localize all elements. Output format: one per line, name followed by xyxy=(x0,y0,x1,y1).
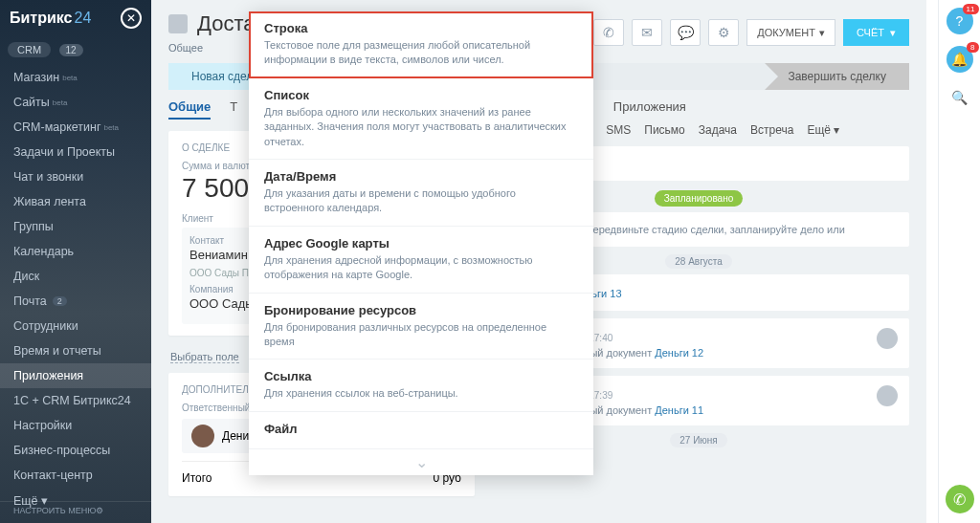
doc-link[interactable]: Деньги 11 xyxy=(655,404,703,416)
doc-link[interactable]: Деньги 12 xyxy=(655,347,703,359)
sidebar-item[interactable]: Календарь xyxy=(0,239,151,264)
phone-button[interactable]: ✆ xyxy=(946,485,974,513)
bill-button[interactable]: СЧЁТ ▾ xyxy=(843,19,909,46)
phone-icon[interactable]: ✆ xyxy=(593,19,624,46)
sidebar-item[interactable]: Контакт-центр xyxy=(0,463,151,488)
date-pill: 27 Июня xyxy=(670,433,727,447)
dropdown-item[interactable]: Дата/ВремяДля указания даты и времени с … xyxy=(249,160,593,227)
total-label: Итого xyxy=(182,471,212,485)
logo-suffix: 24 xyxy=(74,10,91,27)
sidebar-item[interactable]: Почта2 xyxy=(0,289,151,314)
help-icon[interactable]: ?11 xyxy=(947,8,973,34)
action-bar: ✆ ✉ 💬 ⚙ ДОКУМЕНТ ▾ СЧЁТ ▾ xyxy=(593,19,909,46)
sidebar-item[interactable]: Группы xyxy=(0,214,151,239)
select-field-link[interactable]: Выбрать поле xyxy=(170,351,239,363)
chat-icon[interactable]: 💬 xyxy=(670,19,701,46)
dropdown-item[interactable]: Адрес Google картыДля хранения адресной … xyxy=(249,227,593,294)
crm-pill[interactable]: CRM 12 xyxy=(8,40,144,57)
tab-other[interactable]: Т xyxy=(230,99,237,120)
document-button[interactable]: ДОКУМЕНТ ▾ xyxy=(746,19,835,46)
sidebar-item[interactable]: Диск xyxy=(0,264,151,289)
avatar-icon xyxy=(191,425,214,447)
sidebar-item[interactable]: CRM-маркетингbeta xyxy=(0,115,151,140)
sidebar-item[interactable]: Чат и звонки xyxy=(0,164,151,189)
configure-menu[interactable]: НАСТРОИТЬ МЕНЮ ⚙ xyxy=(0,501,151,519)
dropdown-item[interactable]: СтрокаТекстовое поле для размещения любо… xyxy=(249,11,593,78)
sidebar-item[interactable]: Время и отчеты xyxy=(0,338,151,363)
avatar-icon xyxy=(877,328,898,349)
dropdown-item[interactable]: СписокДля выбора одного или нескольких з… xyxy=(249,78,593,160)
sidebar-item[interactable]: Сайтыbeta xyxy=(0,90,151,115)
bell-icon[interactable]: 🔔8 xyxy=(947,46,973,73)
dropdown-item[interactable]: Файл xyxy=(249,412,593,449)
deal-section-title: О СДЕЛКЕ xyxy=(182,142,230,153)
avatar-icon xyxy=(877,385,898,406)
sidebar-item[interactable]: Настройки xyxy=(0,413,151,438)
date-pill: 28 Августа xyxy=(665,254,731,269)
sidebar: Битрикс24 ✕ CRM 12 МагазинbetaСайтыbetaC… xyxy=(0,0,151,523)
close-icon[interactable]: ✕ xyxy=(121,8,142,29)
tab-general[interactable]: Общие xyxy=(168,99,211,120)
logo: Битрикс24 ✕ xyxy=(0,0,151,36)
tab-apps[interactable]: Приложения xyxy=(613,99,686,114)
pipeline-stage-end[interactable]: Завершить сделку xyxy=(765,63,909,90)
sidebar-item[interactable]: Сотрудники xyxy=(0,314,151,338)
search-icon[interactable]: 🔍 xyxy=(947,84,973,111)
dropdown-item[interactable]: СсылкаДля хранения ссылок на веб-страниц… xyxy=(249,360,593,411)
planned-badge: Запланировано xyxy=(655,190,744,207)
rightbar: ?11 🔔8 🔍 ✆ xyxy=(938,0,980,523)
page-title: Доста xyxy=(197,11,255,36)
sidebar-item[interactable]: Бизнес-процессы xyxy=(0,438,151,463)
sidebar-item[interactable]: Задачи и Проекты xyxy=(0,140,151,164)
dropdown-item[interactable]: Бронирование ресурсовДля бронирования ра… xyxy=(249,294,593,360)
field-type-dropdown: СтрокаТекстовое поле для размещения любо… xyxy=(249,11,593,475)
gear-icon[interactable]: ⚙ xyxy=(708,19,739,46)
sidebar-item[interactable]: Магазинbeta xyxy=(0,65,151,90)
crm-label: CRM xyxy=(8,42,51,57)
sidebar-item[interactable]: Живая лента xyxy=(0,189,151,214)
logo-brand: Битрикс xyxy=(10,10,72,27)
sidebar-item[interactable]: Приложения xyxy=(0,363,151,388)
mail-icon[interactable]: ✉ xyxy=(632,19,662,46)
sidebar-item[interactable]: 1С + CRM Битрикс24 xyxy=(0,388,151,413)
avatar-icon xyxy=(168,14,188,33)
crm-count: 12 xyxy=(59,44,83,56)
chevron-down-icon[interactable]: ⌄ xyxy=(249,449,593,475)
